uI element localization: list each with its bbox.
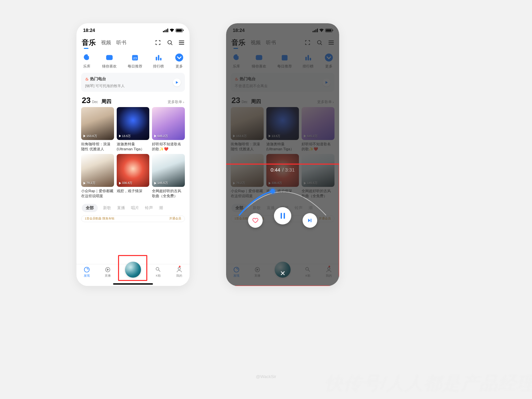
svg-point-4 [168, 41, 172, 44]
top-tabs: 音乐 视频 听书 [76, 35, 190, 51]
watermark: 快传号/人人都是产品经理 [325, 371, 532, 396]
quick-library[interactable]: 乐库 [82, 53, 91, 69]
card-title: 好听却不知道歌名的歌✨❤️ [152, 142, 185, 152]
time-total: 3:31 [285, 167, 295, 173]
svg-rect-5 [106, 55, 113, 60]
playlist-card[interactable]: 145.5万 全网超好听的古风歌曲（全免费） [152, 154, 185, 198]
tab-karaoke[interactable]: K歌 [155, 266, 162, 278]
play-count: 78.2万 [86, 181, 95, 185]
more-link-label: 更多歌单 [168, 99, 182, 104]
close-button[interactable]: ✕ [280, 270, 286, 277]
card-title: 小众Rap｜爱你都藏在这些说唱里 [81, 189, 114, 199]
banner-left: 1首会员歌曲 限免专辑 [85, 216, 114, 221]
play-count: 645.2万 [157, 134, 168, 138]
vip-banner[interactable]: 1首会员歌曲 限免专辑 开通会员 [81, 215, 185, 222]
play-count: 153.6万 [86, 134, 97, 138]
card-title: 全网超好听的古风歌曲（全免费） [152, 189, 185, 199]
heart-card-icon [105, 53, 114, 62]
badge-dot [179, 266, 181, 267]
live-icon [104, 266, 111, 273]
tab-live[interactable]: 直播 [104, 266, 111, 278]
quick-label: 排行榜 [153, 64, 164, 69]
svg-point-33 [269, 188, 276, 195]
pill-trend[interactable]: 潮 [158, 204, 164, 212]
card-title: 迪迦奥特曼 (Ultraman Tiga） [117, 142, 150, 152]
quick-daily[interactable]: 23 每日推荐 [128, 53, 142, 69]
now-playing-disc[interactable] [125, 262, 141, 278]
pill-album[interactable]: 唱片 [130, 204, 140, 212]
play-count: 13.5万 [122, 134, 131, 138]
quick-more[interactable]: 更多 [175, 53, 184, 69]
svg-point-16 [178, 267, 180, 270]
play-count: 336.8万 [122, 181, 133, 185]
person-icon [176, 266, 183, 273]
svg-rect-11 [160, 58, 161, 61]
svg-rect-9 [156, 57, 157, 61]
svg-rect-2 [166, 29, 167, 32]
svg-text:23: 23 [133, 56, 137, 60]
play-count: 145.5万 [157, 181, 168, 185]
tab-audiobook[interactable]: 听书 [116, 40, 126, 46]
radio-card[interactable]: ♨热门电台 [钢琴] 可可托海的牧羊人 [81, 73, 185, 92]
tab-label: K歌 [156, 274, 161, 278]
play-icon [175, 81, 179, 84]
date-weekday: 周四 [101, 98, 111, 105]
svg-rect-10 [158, 55, 159, 60]
quick-row: 乐库 猜你喜欢 23 每日推荐 排行榜 更多 [76, 51, 190, 71]
date-row: 23 Dec 周四 更多歌单 › [76, 95, 190, 107]
quick-charts[interactable]: 排行榜 [153, 53, 164, 69]
quick-guess[interactable]: 猜你喜欢 [102, 53, 117, 69]
tab-me[interactable]: 我的 [176, 266, 183, 278]
battery-icon [176, 29, 183, 32]
calendar-icon: 23 [131, 53, 139, 62]
tab-music[interactable]: 音乐 [82, 38, 96, 47]
progress-arc[interactable] [233, 175, 332, 222]
svg-rect-0 [163, 31, 164, 32]
pill-ring[interactable]: 铃声 [144, 204, 154, 212]
playlist-card[interactable]: 153.6万 街角咖啡馆：浪漫随性 优雅迷人 [81, 107, 114, 151]
radio-subtitle: [钢琴] 可可托海的牧羊人 [85, 83, 181, 88]
quick-label: 每日推荐 [128, 64, 142, 69]
pill-all[interactable]: 全部 [82, 204, 98, 212]
status-time: 18:24 [83, 28, 95, 33]
more-playlists-link[interactable]: 更多歌单 › [168, 99, 184, 104]
date-month: Dec [92, 100, 98, 104]
watermark-handle: @WackSir [256, 374, 276, 379]
play-icon [83, 135, 86, 137]
radio-play-button[interactable] [173, 78, 181, 86]
menu-icon[interactable] [179, 41, 184, 45]
svg-point-15 [156, 267, 159, 270]
radio-title: 热门电台 [90, 76, 106, 82]
search-icon[interactable] [167, 40, 173, 46]
phone-right: 18:24 音乐 视频 听书 乐库 猜你喜欢 [226, 23, 339, 286]
tab-label: 发现 [84, 274, 90, 278]
quick-label: 猜你喜欢 [102, 64, 117, 69]
pill-live[interactable]: 直播 [116, 204, 126, 212]
phone-left: 18:24 音乐 视频 听书 [76, 23, 190, 286]
mini-player-overlay: 0:44 / 3:31 [226, 163, 339, 286]
svg-point-12 [175, 54, 183, 62]
quick-label: 乐库 [83, 64, 90, 69]
svg-rect-1 [164, 30, 165, 32]
tab-label: 我的 [176, 274, 182, 278]
music-note-icon [82, 53, 91, 62]
scan-icon[interactable] [155, 40, 161, 46]
playlist-card[interactable]: 78.2万 小众Rap｜爱你都藏在这些说唱里 [81, 154, 114, 198]
tab-discover[interactable]: 发现 [83, 266, 90, 278]
banner-right: 开通会员 [169, 216, 181, 221]
home-indicator [113, 283, 153, 285]
time-current: 0:44 [271, 167, 280, 173]
pill-new[interactable]: 新歌 [102, 204, 112, 212]
chevron-down-icon [175, 53, 184, 62]
playlist-card[interactable]: 13.5万 迪迦奥特曼 (Ultraman Tiga） [117, 107, 150, 151]
status-bar: 18:24 [76, 23, 190, 35]
playlist-card[interactable]: 645.2万 好听却不知道歌名的歌✨❤️ [152, 107, 185, 151]
tab-bar: 发现 直播 K歌 我的 [76, 264, 190, 286]
date-day: 23 [82, 96, 91, 105]
player-time: 0:44 / 3:31 [271, 167, 295, 173]
bars-icon [154, 53, 163, 62]
tab-video[interactable]: 视频 [101, 40, 111, 46]
playlist-card[interactable]: 336.8万 戏腔，戏子情深 [117, 154, 150, 198]
filter-pills: 全部 新歌 直播 唱片 铃声 潮 [76, 199, 190, 213]
card-title: 戏腔，戏子情深 [117, 189, 150, 194]
